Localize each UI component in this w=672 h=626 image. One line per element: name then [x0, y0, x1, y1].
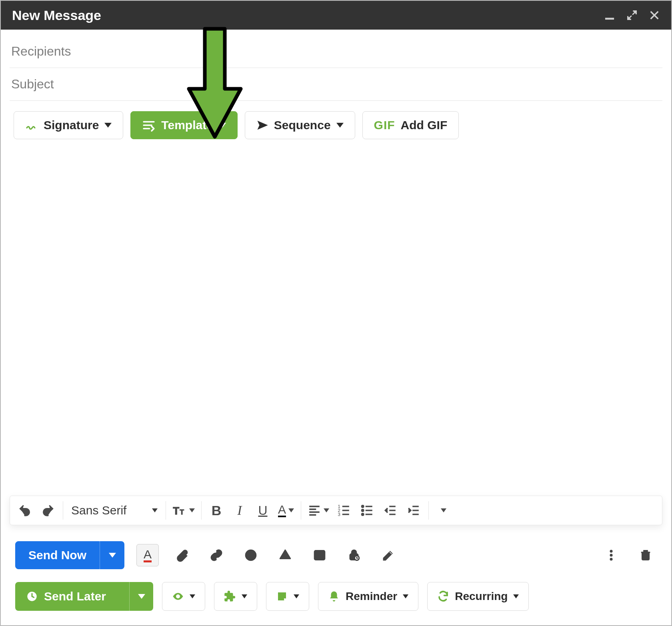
attach-file-button[interactable]	[171, 544, 193, 566]
chevron-down-icon	[242, 594, 247, 598]
font-size-select[interactable]: TT	[169, 500, 198, 521]
text-color-button[interactable]: A	[274, 500, 298, 521]
insert-toolbar: Signature Template Sequence GIF Add GIF	[1, 101, 671, 150]
toolbar-divider	[201, 501, 202, 520]
outdent-button[interactable]	[379, 500, 402, 521]
italic-button[interactable]: I	[228, 500, 251, 521]
subject-field[interactable]: Subject	[10, 68, 662, 101]
chevron-down-icon	[336, 123, 344, 128]
bulleted-list-button[interactable]	[356, 500, 379, 521]
font-family-select[interactable]: Sans Serif	[66, 500, 162, 521]
recipients-placeholder: Recipients	[11, 44, 71, 58]
font-family-label: Sans Serif	[71, 504, 126, 517]
chevron-down-icon	[324, 508, 329, 512]
svg-point-6	[362, 506, 364, 508]
svg-point-9	[246, 550, 256, 560]
insert-signature-button[interactable]	[377, 544, 400, 566]
more-formatting-button[interactable]	[432, 500, 455, 521]
chevron-down-icon	[104, 123, 112, 128]
fields-area: Recipients Subject	[1, 30, 671, 101]
discard-draft-button[interactable]	[634, 544, 657, 566]
chevron-down-icon	[294, 594, 299, 598]
toolbar-divider	[428, 501, 429, 520]
svg-point-13	[317, 553, 319, 555]
minimize-button[interactable]	[604, 10, 615, 21]
svg-point-8	[362, 514, 364, 516]
recurring-button[interactable]: Recurring	[427, 582, 529, 611]
recipients-field[interactable]: Recipients	[10, 35, 662, 68]
note-button[interactable]	[266, 582, 309, 611]
sequence-button[interactable]: Sequence	[245, 111, 355, 139]
subject-placeholder: Subject	[11, 77, 54, 91]
template-label: Template	[161, 118, 213, 132]
svg-rect-19	[642, 552, 649, 560]
insert-emoji-button[interactable]	[240, 544, 262, 566]
insert-photo-button[interactable]	[308, 544, 331, 566]
chevron-down-icon	[441, 508, 446, 512]
chevron-down-icon	[288, 508, 294, 512]
title-bar: New Message	[1, 1, 671, 30]
compose-window: New Message Recipients Subject	[0, 0, 672, 626]
more-options-button[interactable]	[600, 544, 622, 566]
window-controls	[604, 10, 660, 21]
send-later-split-button: Send Later	[15, 582, 153, 611]
chevron-down-icon	[138, 594, 145, 599]
chevron-down-icon	[190, 594, 195, 598]
send-later-label: Send Later	[44, 590, 106, 603]
sequence-label: Sequence	[274, 118, 331, 132]
close-button[interactable]	[649, 10, 660, 21]
send-now-split-button: Send Now	[15, 541, 124, 569]
send-now-button[interactable]: Send Now	[15, 541, 100, 569]
svg-text:T: T	[173, 505, 179, 516]
add-gif-label: Add GIF	[401, 118, 448, 132]
svg-point-10	[248, 554, 250, 555]
recurring-label: Recurring	[455, 590, 508, 603]
chevron-down-icon	[152, 508, 158, 512]
confidential-mode-button[interactable]	[343, 544, 365, 566]
align-button[interactable]	[304, 500, 332, 521]
svg-rect-0	[606, 18, 614, 20]
svg-point-16	[610, 550, 612, 552]
signature-label: Signature	[44, 118, 99, 132]
reminder-label: Reminder	[346, 590, 397, 603]
expand-button[interactable]	[626, 10, 638, 21]
secondary-action-bar: Send Later Reminder Recurring	[1, 578, 671, 625]
add-gif-button[interactable]: GIF Add GIF	[362, 111, 459, 139]
send-later-button[interactable]: Send Later	[15, 582, 129, 611]
tracking-button[interactable]	[162, 582, 205, 611]
extension-button[interactable]	[214, 582, 257, 611]
svg-point-17	[610, 554, 612, 556]
template-button[interactable]: Template	[130, 111, 237, 139]
chevron-down-icon	[109, 553, 116, 558]
send-now-label: Send Now	[28, 548, 86, 562]
svg-point-7	[362, 510, 364, 512]
chevron-down-icon	[403, 594, 408, 598]
underline-button[interactable]: U	[251, 500, 274, 521]
undo-button[interactable]	[13, 500, 36, 521]
send-later-options-button[interactable]	[129, 582, 153, 611]
svg-text:3: 3	[338, 512, 340, 517]
formatting-toolbar: Sans Serif TT B I U A 123	[10, 496, 662, 525]
indent-button[interactable]	[402, 500, 425, 521]
message-body[interactable]	[12, 150, 660, 496]
signature-button[interactable]: Signature	[14, 111, 123, 139]
redo-button[interactable]	[36, 500, 60, 521]
text-color-tool-button[interactable]: A	[136, 544, 159, 566]
chevron-down-icon	[189, 508, 195, 512]
toolbar-divider	[166, 501, 166, 520]
svg-point-18	[610, 558, 612, 560]
action-bar: Send Now A	[1, 537, 671, 578]
gif-icon: GIF	[374, 118, 395, 132]
bold-button[interactable]: B	[205, 500, 228, 521]
send-options-button[interactable]	[100, 541, 124, 569]
svg-text:T: T	[180, 508, 184, 516]
chevron-down-icon	[219, 123, 226, 128]
toolbar-divider	[301, 501, 301, 520]
window-title: New Message	[12, 8, 101, 23]
toolbar-divider	[63, 501, 63, 520]
insert-link-button[interactable]	[205, 544, 228, 566]
chevron-down-icon	[513, 594, 519, 598]
numbered-list-button[interactable]: 123	[332, 500, 356, 521]
reminder-button[interactable]: Reminder	[318, 582, 418, 611]
insert-drive-button[interactable]	[274, 544, 296, 566]
